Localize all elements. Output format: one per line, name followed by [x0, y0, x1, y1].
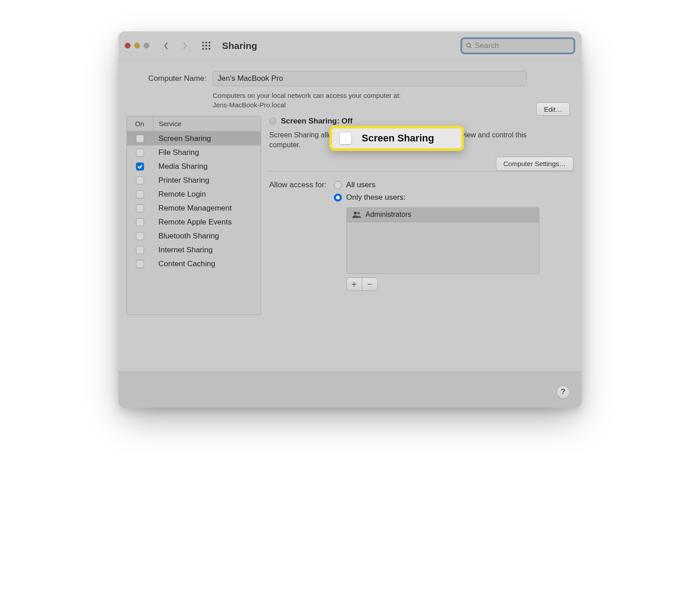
- service-checkbox[interactable]: [136, 149, 144, 157]
- service-checkbox[interactable]: [136, 163, 144, 171]
- question-mark-icon: ?: [561, 387, 565, 396]
- svg-rect-0: [202, 42, 204, 44]
- service-label: Media Sharing: [153, 162, 208, 171]
- svg-point-11: [354, 212, 357, 215]
- allowed-users-list[interactable]: Administrators: [346, 207, 539, 274]
- radio-selected-icon: [334, 193, 342, 202]
- service-row[interactable]: Media Sharing: [127, 159, 261, 173]
- status-indicator-icon: [269, 118, 276, 125]
- help-button[interactable]: ?: [556, 385, 570, 399]
- user-name: Administrators: [366, 211, 411, 219]
- forward-button[interactable]: [177, 39, 192, 53]
- show-all-button[interactable]: [199, 39, 214, 53]
- annotation-callout: Screen Sharing: [329, 126, 464, 151]
- service-label: Bluetooth Sharing: [153, 232, 219, 241]
- svg-rect-3: [202, 45, 204, 47]
- computer-settings-button[interactable]: Computer Settings…: [496, 157, 573, 171]
- computer-name-description: Computers on your local network can acce…: [213, 91, 486, 110]
- service-checkbox[interactable]: [136, 232, 144, 240]
- service-status-text: Screen Sharing: Off: [281, 117, 353, 126]
- computer-name-value: Jen's MacBook Pro: [218, 74, 283, 83]
- service-row[interactable]: Content Caching: [127, 257, 261, 271]
- service-checkbox[interactable]: [136, 135, 144, 143]
- service-label: Remote Management: [153, 204, 232, 213]
- callout-label: Screen Sharing: [362, 132, 434, 144]
- computer-name-label: Computer Name:: [130, 74, 206, 83]
- radio-only-these-users[interactable]: Only these users:: [334, 193, 539, 202]
- service-label: Screen Sharing: [153, 134, 211, 143]
- search-field[interactable]: [460, 37, 575, 54]
- service-label: Remote Login: [153, 190, 206, 199]
- search-input[interactable]: [475, 41, 570, 50]
- service-row[interactable]: Printer Sharing: [127, 173, 261, 187]
- svg-rect-4: [206, 45, 207, 47]
- divider: [269, 171, 573, 171]
- footer: ?: [118, 372, 582, 408]
- services-table: On Service Screen SharingFile SharingMed…: [127, 116, 261, 315]
- remove-user-button[interactable]: －: [362, 278, 377, 290]
- svg-rect-2: [209, 42, 210, 44]
- radio-icon: [334, 181, 342, 189]
- edit-hostname-button[interactable]: Edit…: [536, 102, 570, 116]
- service-checkbox[interactable]: [136, 204, 144, 212]
- svg-point-12: [357, 212, 359, 214]
- close-window-button[interactable]: [125, 43, 131, 48]
- svg-point-9: [467, 43, 470, 47]
- service-label: File Sharing: [153, 148, 199, 157]
- service-label: Printer Sharing: [153, 176, 209, 185]
- service-label: Remote Apple Events: [153, 218, 232, 227]
- service-row[interactable]: Remote Management: [127, 201, 261, 215]
- toolbar: Sharing: [118, 31, 582, 60]
- chevron-left-icon: [163, 42, 169, 50]
- minimize-window-button[interactable]: [134, 43, 140, 48]
- add-remove-users: ＋ －: [346, 277, 378, 291]
- service-row[interactable]: Bluetooth Sharing: [127, 229, 261, 243]
- service-row[interactable]: Remote Login: [127, 187, 261, 201]
- window-controls: [125, 43, 155, 48]
- radio-all-users[interactable]: All users: [334, 180, 539, 189]
- service-detail-pane: Screen Sharing: Off Screen Sharing allow…: [269, 116, 573, 350]
- users-icon: [352, 211, 361, 218]
- service-row[interactable]: File Sharing: [127, 145, 261, 159]
- callout-checkbox-icon: [339, 132, 352, 145]
- svg-rect-5: [209, 45, 210, 47]
- add-user-button[interactable]: ＋: [347, 278, 363, 290]
- column-on-header: On: [127, 120, 153, 127]
- service-checkbox[interactable]: [136, 176, 144, 185]
- allow-access-label: Allow access for:: [269, 180, 327, 291]
- service-row[interactable]: Internet Sharing: [127, 243, 261, 257]
- sharing-preferences-window: Sharing Computer Name: Jen's MacBook Pro…: [118, 31, 582, 408]
- computer-name-section: Computer Name: Jen's MacBook Pro Compute…: [118, 60, 582, 116]
- services-header: On Service: [127, 116, 261, 132]
- svg-rect-1: [206, 42, 207, 44]
- service-checkbox[interactable]: [136, 190, 144, 198]
- svg-rect-8: [209, 48, 210, 50]
- svg-rect-7: [206, 48, 207, 50]
- service-label: Internet Sharing: [153, 246, 213, 255]
- computer-name-field[interactable]: Jen's MacBook Pro: [213, 71, 527, 86]
- back-button[interactable]: [158, 39, 174, 53]
- zoom-window-button[interactable]: [144, 43, 149, 48]
- list-item[interactable]: Administrators: [347, 208, 539, 222]
- grid-icon: [202, 42, 210, 50]
- service-checkbox[interactable]: [136, 260, 144, 268]
- chevron-right-icon: [182, 42, 188, 50]
- service-label: Content Caching: [153, 259, 215, 268]
- service-checkbox[interactable]: [136, 218, 144, 226]
- radio-only-label: Only these users:: [346, 193, 406, 202]
- service-row[interactable]: Remote Apple Events: [127, 215, 261, 229]
- service-checkbox[interactable]: [136, 246, 144, 254]
- column-service-header: Service: [153, 116, 181, 131]
- search-icon: [466, 42, 472, 49]
- svg-rect-6: [202, 48, 204, 50]
- radio-all-label: All users: [346, 180, 376, 189]
- page-title: Sharing: [222, 40, 257, 51]
- svg-line-10: [470, 47, 472, 48]
- service-row[interactable]: Screen Sharing: [127, 132, 261, 145]
